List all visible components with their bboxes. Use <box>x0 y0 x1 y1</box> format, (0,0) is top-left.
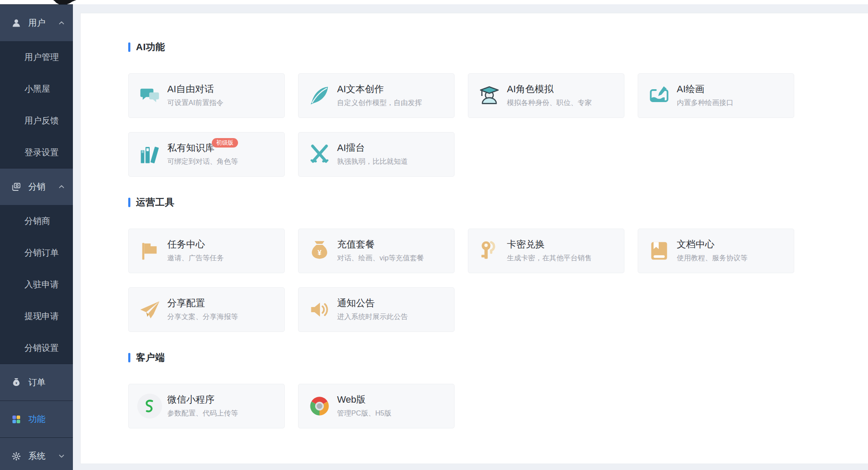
sidebar-item[interactable]: 登录设置 <box>0 136 73 168</box>
card-subtitle: 邀请、广告等任务 <box>167 253 224 263</box>
feather-icon <box>307 83 332 108</box>
section: AI功能 AI自由对话 可设置AI前置指令 AI文本创作 自定义创作模型，自由发… <box>128 41 851 177</box>
chevron-down-icon <box>58 452 65 460</box>
section: 客户端 微信小程序 参数配置、代码上传等 Web版 管理PC版、H5版 <box>128 351 851 428</box>
feature-card[interactable]: 任务中心 邀请、广告等任务 <box>128 229 285 273</box>
sidebar-item[interactable]: 分销设置 <box>0 332 73 364</box>
feature-card[interactable]: Web版 管理PC版、H5版 <box>298 384 455 428</box>
flag-icon <box>137 238 162 263</box>
feature-card[interactable]: 微信小程序 参数配置、代码上传等 <box>128 384 285 428</box>
speaker-icon <box>307 297 332 322</box>
wechat-miniprogram-icon <box>137 394 162 419</box>
section-title: 运营工具 <box>128 196 851 209</box>
sidebar-item-label: 小黑屋 <box>24 83 50 95</box>
sidebar-group-0[interactable]: 用户 <box>0 4 73 41</box>
card-subtitle: 孰强孰弱，比比就知道 <box>337 157 408 166</box>
feature-card[interactable]: AI绘画 内置多种绘画接口 <box>638 73 794 118</box>
chat-bubbles-icon <box>137 83 162 108</box>
sidebar-group-label: 用户 <box>28 17 45 29</box>
card-title: 通知公告 <box>337 298 375 308</box>
doc-book-icon <box>647 238 672 263</box>
card-title: AI自由对话 <box>167 84 214 94</box>
sidebar-item[interactable]: 分销商 <box>0 205 73 237</box>
sidebar-item-label: 分销订单 <box>24 247 59 259</box>
card-subtitle: 管理PC版、H5版 <box>337 409 392 418</box>
paint-icon <box>647 83 672 108</box>
sidebar-group-4[interactable]: 系统 <box>0 437 73 470</box>
card-title: 文档中心 <box>677 239 714 250</box>
feature-card[interactable]: 卡密兑换 生成卡密，在其他平台销售 <box>468 229 624 273</box>
section-title: AI功能 <box>128 41 851 54</box>
chevron-up-icon <box>58 19 65 27</box>
features-grid-icon <box>11 414 21 425</box>
chevron-up-icon <box>58 183 65 190</box>
key-icon <box>477 238 502 263</box>
card-subtitle: 自定义创作模型，自由发挥 <box>337 98 422 108</box>
section-title-bar <box>128 353 130 362</box>
feature-card[interactable]: AI自由对话 可设置AI前置指令 <box>128 73 285 118</box>
card-title: AI文本创作 <box>337 84 384 94</box>
feature-card[interactable]: 私有知识库 初级版 可绑定到对话、角色等 <box>128 132 285 177</box>
sidebar-group-3[interactable]: 功能 <box>0 401 73 437</box>
card-title: AI角色模拟 <box>507 84 554 94</box>
moneybag-icon: ¥ <box>307 238 332 263</box>
sidebar-item-label: 用户反馈 <box>24 115 59 127</box>
feature-card[interactable]: AI擂台 孰强孰弱，比比就知道 <box>298 132 455 177</box>
main-area: AI功能 AI自由对话 可设置AI前置指令 AI文本创作 自定义创作模型，自由发… <box>73 4 868 470</box>
sidebar-item[interactable]: 提现申请 <box>0 300 73 332</box>
card-subtitle: 进入系统时展示此公告 <box>337 312 408 322</box>
card-subtitle: 参数配置、代码上传等 <box>167 409 238 418</box>
crossed-swords-icon <box>307 142 332 167</box>
distribution-icon <box>11 182 21 192</box>
card-title: 微信小程序 <box>167 394 214 405</box>
sidebar-group-2[interactable]: ¥ 订单 <box>0 364 73 401</box>
feature-card[interactable]: 通知公告 进入系统时展示此公告 <box>298 287 455 332</box>
graduate-role-icon <box>477 83 502 108</box>
card-title: AI绘画 <box>677 84 705 94</box>
sidebar-item-label: 用户管理 <box>24 51 59 63</box>
card-subtitle: 使用教程、服务协议等 <box>677 253 747 263</box>
card-title: 充值套餐 <box>337 239 375 250</box>
section-title-bar <box>128 42 130 52</box>
section-title-text: 运营工具 <box>136 196 175 209</box>
feature-card[interactable]: ¥ 充值套餐 对话、绘画、vip等充值套餐 <box>298 229 455 273</box>
sidebar-item[interactable]: 小黑屋 <box>0 73 73 105</box>
chrome-icon <box>307 394 332 419</box>
section-title: 客户端 <box>128 351 851 364</box>
section: 运营工具 任务中心 邀请、广告等任务 ¥ 充值套餐 对话、绘画、vip等充值套餐… <box>128 196 851 332</box>
sidebar-group-1[interactable]: 分销 <box>0 168 73 205</box>
feature-card[interactable]: 文档中心 使用教程、服务协议等 <box>638 229 794 273</box>
card-title: 任务中心 <box>167 239 205 250</box>
sidebar-item[interactable]: 分销订单 <box>0 237 73 268</box>
sidebar-item-label: 提现申请 <box>24 310 59 322</box>
gear-icon <box>11 451 21 461</box>
card-subtitle: 对话、绘画、vip等充值套餐 <box>337 253 424 263</box>
books-icon <box>137 142 162 167</box>
user-icon <box>11 18 21 28</box>
section-title-bar <box>128 198 130 207</box>
feature-card[interactable]: AI角色模拟 模拟各种身份、职位、专家 <box>468 73 624 118</box>
order-moneybag-icon: ¥ <box>11 377 21 388</box>
sidebar-group-label: 功能 <box>28 413 45 425</box>
sidebar-item[interactable]: 用户反馈 <box>0 105 73 136</box>
sidebar-item[interactable]: 入驻申请 <box>0 268 73 300</box>
feature-card[interactable]: AI文本创作 自定义创作模型，自由发挥 <box>298 73 455 118</box>
card-title: AI擂台 <box>337 142 365 153</box>
card-grid: AI自由对话 可设置AI前置指令 AI文本创作 自定义创作模型，自由发挥 AI角… <box>128 73 851 177</box>
card-subtitle: 内置多种绘画接口 <box>677 98 733 108</box>
card-subtitle: 分享文案、分享海报等 <box>167 312 238 322</box>
paper-plane-icon <box>137 297 162 322</box>
card-subtitle: 可设置AI前置指令 <box>167 98 223 108</box>
sidebar-item[interactable]: 用户管理 <box>0 41 73 73</box>
svg-text:¥: ¥ <box>317 249 321 256</box>
card-grid: 任务中心 邀请、广告等任务 ¥ 充值套餐 对话、绘画、vip等充值套餐 卡密兑换… <box>128 229 851 332</box>
card-title: Web版 <box>337 394 366 405</box>
sidebar-item-label: 分销设置 <box>24 342 59 354</box>
card-grid: 微信小程序 参数配置、代码上传等 Web版 管理PC版、H5版 <box>128 384 851 428</box>
sidebar-group-label: 订单 <box>28 377 45 388</box>
sidebar-group-label: 系统 <box>28 450 45 462</box>
feature-card[interactable]: 分享配置 分享文案、分享海报等 <box>128 287 285 332</box>
version-badge: 初级版 <box>212 138 238 148</box>
content-panel: AI功能 AI自由对话 可设置AI前置指令 AI文本创作 自定义创作模型，自由发… <box>80 13 868 464</box>
sidebar-menu: 用户 用户管理 小黑屋 用户反馈 登录设置 分销 分销商 分销订单 入驻申请 提… <box>0 4 73 470</box>
